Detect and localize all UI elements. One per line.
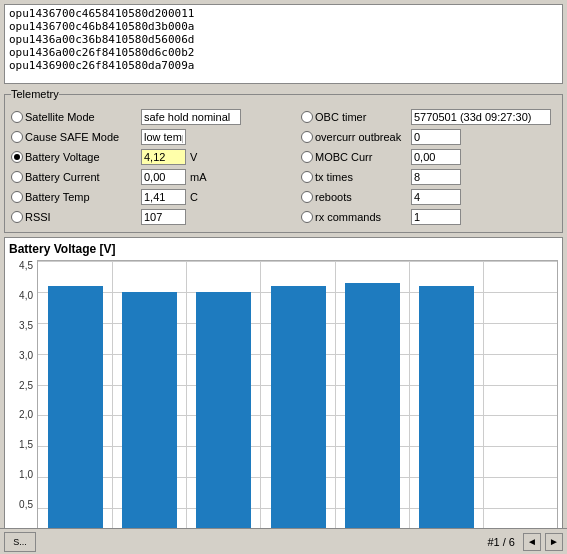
radio-dot[interactable]: [301, 171, 313, 183]
radio-dot[interactable]: [11, 191, 23, 203]
y-axis-label: 0,5: [19, 499, 33, 510]
telem-left-label-row: RSSI: [11, 208, 141, 226]
telem-right-label-row: tx times: [301, 168, 411, 186]
telem-right-input[interactable]: [411, 169, 461, 185]
v-grid-line: [409, 261, 410, 539]
radio-dot[interactable]: [301, 211, 313, 223]
telem-right-input[interactable]: [411, 149, 461, 165]
radio-dot[interactable]: [301, 131, 313, 143]
telem-right-label-row: rx commands: [301, 208, 411, 226]
telem-left-label-row: Satellite Mode: [11, 108, 141, 126]
telem-right-value-row: [411, 208, 556, 226]
telem-left-label-row: Cause SAFE Mode: [11, 128, 141, 146]
telem-right-label: tx times: [315, 171, 353, 183]
y-axis-label: 3,0: [19, 350, 33, 361]
radio-dot[interactable]: [301, 191, 313, 203]
log-line: opu1436700c4658410580d200011: [9, 7, 558, 20]
chart-bar: [122, 292, 177, 539]
y-axis: 4,54,03,53,02,52,01,51,00,50,0: [9, 260, 37, 540]
telem-right-input[interactable]: [411, 109, 551, 125]
telem-right-label: reboots: [315, 191, 352, 203]
log-line: opu1436900c26f8410580da7009a: [9, 59, 558, 72]
telem-value-input[interactable]: [141, 149, 186, 165]
v-grid-line: [112, 261, 113, 539]
telem-label: Cause SAFE Mode: [25, 131, 119, 143]
telem-left-values: VmAC: [141, 108, 301, 226]
y-axis-label: 2,5: [19, 380, 33, 391]
telem-right-value-row: [411, 108, 556, 126]
chart-title: Battery Voltage [V]: [9, 242, 558, 256]
radio-dot[interactable]: [11, 171, 23, 183]
radio-dot[interactable]: [11, 111, 23, 123]
telem-right-label-row: overcurr outbreak: [301, 128, 411, 146]
telem-value-input[interactable]: [141, 189, 186, 205]
y-axis-label: 2,0: [19, 409, 33, 420]
v-grid-line: [186, 261, 187, 539]
radio-dot[interactable]: [301, 111, 313, 123]
telem-right-value-row: [411, 188, 556, 206]
chart-container: 4,54,03,53,02,52,01,51,00,50,0: [9, 260, 558, 540]
telem-unit: C: [190, 191, 198, 203]
v-grid-line: [335, 261, 336, 539]
telem-right-value-row: [411, 128, 556, 146]
radio-dot[interactable]: [11, 131, 23, 143]
y-axis-label: 4,0: [19, 290, 33, 301]
telem-value-input[interactable]: [141, 109, 241, 125]
telemetry-title: Telemetry: [11, 88, 59, 100]
status-bar: S... #1 / 6 ◄ ►: [0, 528, 567, 554]
telem-unit: mA: [190, 171, 207, 183]
chart-bar: [48, 286, 103, 539]
telem-right-label: overcurr outbreak: [315, 131, 401, 143]
telem-left-label-row: Battery Voltage: [11, 148, 141, 166]
log-line: opu1436a00c36b8410580d56006d: [9, 33, 558, 46]
telem-left-value-row: V: [141, 148, 301, 166]
telemetry-group: Telemetry Satellite ModeCause SAFE ModeB…: [4, 88, 563, 233]
h-grid-line: [38, 261, 557, 262]
status-icon[interactable]: S...: [4, 532, 36, 552]
prev-button[interactable]: ◄: [523, 533, 541, 551]
chart-section: Battery Voltage [V] 4,54,03,53,02,52,01,…: [4, 237, 563, 545]
v-grid-line: [260, 261, 261, 539]
y-axis-label: 1,0: [19, 469, 33, 480]
telem-right-label: MOBC Curr: [315, 151, 372, 163]
page-indicator: #1 / 6: [487, 536, 515, 548]
y-axis-label: 3,5: [19, 320, 33, 331]
chart-plot: [37, 260, 558, 540]
telem-right-label-row: reboots: [301, 188, 411, 206]
telem-value-input[interactable]: [141, 209, 186, 225]
telem-left-label-row: Battery Temp: [11, 188, 141, 206]
chart-bar: [419, 286, 474, 539]
telem-left-labels: Satellite ModeCause SAFE ModeBattery Vol…: [11, 108, 141, 226]
telem-left-value-row: [141, 128, 301, 146]
telem-value-input[interactable]: [141, 169, 186, 185]
telem-right-input[interactable]: [411, 129, 461, 145]
radio-dot[interactable]: [301, 151, 313, 163]
log-area[interactable]: opu1436700c4658410580d200011opu1436700c4…: [4, 4, 563, 84]
telem-right-label: rx commands: [315, 211, 381, 223]
telem-left-value-row: C: [141, 188, 301, 206]
telem-left-value-row: [141, 208, 301, 226]
telem-right-value-row: [411, 168, 556, 186]
radio-dot[interactable]: [11, 211, 23, 223]
telem-label: Battery Current: [25, 171, 100, 183]
telem-right-value-row: [411, 148, 556, 166]
telem-left-value-row: [141, 108, 301, 126]
telem-label: Battery Voltage: [25, 151, 100, 163]
radio-dot[interactable]: [11, 151, 23, 163]
telem-right-label: OBC timer: [315, 111, 366, 123]
next-button[interactable]: ►: [545, 533, 563, 551]
chart-bar: [196, 292, 251, 539]
telem-right-input[interactable]: [411, 189, 461, 205]
y-axis-label: 1,5: [19, 439, 33, 450]
telem-value-input[interactable]: [141, 129, 186, 145]
chart-bar: [271, 286, 326, 539]
telem-right-input[interactable]: [411, 209, 461, 225]
telem-right-label-row: MOBC Curr: [301, 148, 411, 166]
telem-right-values: [411, 108, 556, 226]
y-axis-label: 4,5: [19, 260, 33, 271]
log-line: opu1436700c46b8410580d3b000a: [9, 20, 558, 33]
telem-right-label-row: OBC timer: [301, 108, 411, 126]
v-grid-line: [483, 261, 484, 539]
telem-unit: V: [190, 151, 197, 163]
log-line: opu1436a00c26f8410580d6c00b2: [9, 46, 558, 59]
